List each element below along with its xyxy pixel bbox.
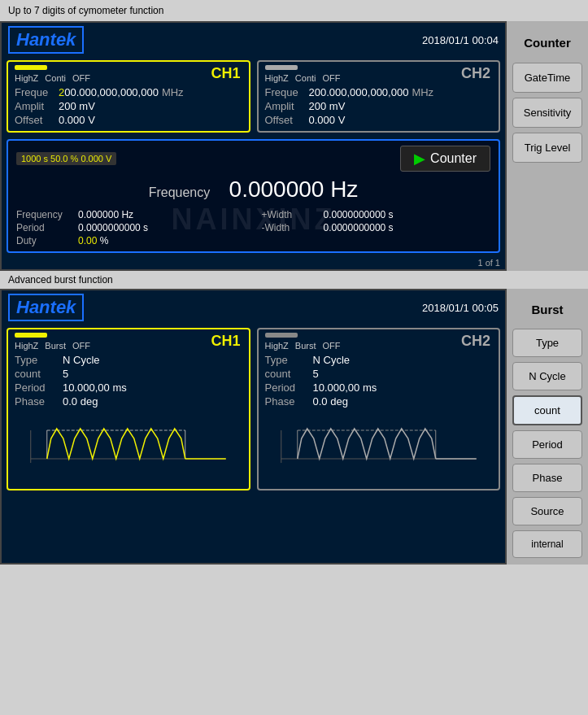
burst-ch1-label: CH1 — [211, 333, 240, 350]
burst-ch2-type-val: N Cycle — [313, 354, 351, 366]
burst-ch2-off: OFF — [323, 341, 341, 351]
top-label: Up to 7 digits of cymometer function — [0, 0, 588, 21]
burst-ch2-period: Period 10.000,00 ms — [265, 381, 493, 394]
ch2-freque-val: 200.000,000,000,000 — [309, 86, 409, 98]
ch1-highz: HighZ — [15, 73, 38, 83]
section-counter: Hantek 2018/01/1 00:04 CH1 HighZ Conti O… — [0, 21, 588, 271]
play-icon: ▶ — [414, 150, 425, 168]
ch2-off: OFF — [323, 73, 341, 83]
burst-ch1-phase-val: 0.0 deg — [63, 395, 98, 408]
counter-panel: Hantek 2018/01/1 00:04 CH1 HighZ Conti O… — [0, 21, 507, 271]
detail-period-val: 0.0000000000 s — [78, 222, 148, 233]
adv-label: Advanced burst function — [0, 271, 588, 289]
ch1-amplit-label: Amplit — [15, 100, 55, 112]
ch2-freque: Freque 200.000,000,000,000 MHz — [265, 86, 493, 98]
counter-details: Frequency 0.000000 Hz +Width 0.000000000… — [16, 209, 490, 246]
ch1-freque-unit: MHz — [162, 86, 184, 98]
triglevel-btn[interactable]: Trig Level — [512, 133, 582, 163]
ch2-settings: HighZ Conti OFF — [265, 73, 493, 83]
ch2-offset: Offset 0.000 V — [265, 114, 493, 126]
burst-ch2-waveform — [265, 414, 493, 479]
panel-header-1: Hantek 2018/01/1 00:04 — [2, 23, 505, 57]
channels-row-2: CH1 HighZ Burst OFF Type N Cycle count 5… — [2, 325, 505, 494]
burst-title-btn: Burst — [512, 295, 582, 324]
panel-header-2: Hantek 2018/01/1 00:05 — [2, 290, 505, 325]
hantek-logo-2: Hantek — [8, 294, 84, 321]
burst-ch2-type-label: Type — [265, 354, 310, 366]
counter-button[interactable]: ▶ Counter — [400, 146, 490, 172]
burst-ch1-indicator — [15, 333, 47, 338]
burst-ch1-count-label: count — [15, 368, 59, 380]
gatetime-btn[interactable]: GateTime — [512, 63, 582, 93]
count-btn[interactable]: count — [512, 395, 582, 425]
detail-plus-width: +Width 0.0000000000 s — [262, 209, 491, 220]
ch1-freque-label: Freque — [15, 86, 55, 98]
burst-ch2-phase-label: Phase — [265, 395, 310, 408]
counter-freq-label: Frequency — [149, 185, 211, 199]
ncycle-btn[interactable]: N Cycle — [512, 362, 582, 390]
burst-ch2-label: CH2 — [461, 333, 490, 350]
ch2-highz: HighZ — [265, 73, 289, 83]
counter-freq-val: 0.000000 Hz — [229, 177, 359, 202]
channels-row-1: CH1 HighZ Conti OFF Freque 200.000,000,0… — [2, 57, 505, 136]
burst-ch1-count-val: 5 — [63, 368, 68, 380]
ch1-conti: Conti — [45, 73, 66, 83]
burst-ch2-period-label: Period — [265, 381, 310, 394]
sensitivity-btn[interactable]: Sensitivity — [512, 98, 582, 128]
burst-ch2-count-val: 5 — [313, 368, 319, 380]
burst-ch2-count: count 5 — [265, 368, 493, 380]
hantek-logo-1: Hantek — [8, 26, 84, 54]
source-btn[interactable]: Source — [512, 497, 582, 525]
burst-ch1-off: OFF — [72, 341, 90, 351]
burst-ch1-phase: Phase 0.0 deg — [15, 395, 242, 408]
type-btn[interactable]: Type — [512, 329, 582, 357]
ch1-offset-label: Offset — [15, 114, 55, 126]
burst-ch1-phase-label: Phase — [15, 395, 59, 408]
ch2-conti: Conti — [295, 73, 316, 83]
ch2-indicator — [265, 65, 298, 70]
burst-ch1-count: count 5 — [15, 368, 242, 380]
ch1-amplit: Amplit 200 mV — [15, 100, 242, 112]
internal-btn[interactable]: internal — [512, 530, 582, 558]
burst-ch1-waveform-svg — [15, 414, 242, 479]
burst-ch2-phase-val: 0.0 deg — [313, 395, 348, 408]
burst-ch1-type-val: N Cycle — [63, 354, 100, 366]
burst-channel-box-ch2: CH2 HighZ Burst OFF Type N Cycle count 5… — [257, 328, 501, 490]
detail-frequency-val: 0.000000 Hz — [78, 209, 133, 220]
timestamp-2: 2018/01/1 00:05 — [422, 302, 499, 314]
burst-ch1-settings: HighZ Burst OFF — [15, 341, 242, 351]
ch2-amplit: Amplit 200 mV — [265, 100, 493, 112]
phase-btn[interactable]: Phase — [512, 464, 582, 492]
detail-duty-label: Duty — [16, 235, 73, 246]
detail-frequency: Frequency 0.000000 Hz — [16, 209, 246, 220]
burst-ch1-type-label: Type — [15, 354, 59, 366]
burst-ch2-count-label: count — [265, 368, 310, 380]
burst-panel: Hantek 2018/01/1 00:05 CH1 HighZ Burst O… — [0, 289, 507, 565]
page-indicator-1: 1 of 1 — [2, 256, 505, 269]
burst-ch1-period-val: 10.000,00 ms — [63, 381, 127, 394]
ch2-offset-label: Offset — [265, 114, 306, 126]
counter-title-btn: Counter — [512, 28, 582, 58]
counter-info: 1000 s 50.0 % 0.000 V — [16, 152, 116, 165]
detail-plus-width-label: +Width — [262, 209, 319, 220]
ch2-offset-val: 0.000 V — [309, 114, 346, 126]
burst-channel-box-ch1: CH1 HighZ Burst OFF Type N Cycle count 5… — [7, 328, 250, 490]
period-btn[interactable]: Period — [512, 430, 582, 459]
burst-ch2-phase: Phase 0.0 deg — [265, 395, 493, 408]
ch1-indicator — [15, 65, 47, 70]
burst-ch2-waveform-svg — [265, 414, 493, 479]
ch1-settings: HighZ Conti OFF — [15, 73, 242, 83]
ch1-freque-val: 200.000,000,000,000 — [59, 86, 159, 98]
detail-duty: Duty 0.00 % — [16, 235, 246, 246]
side-buttons-1: Counter GateTime Sensitivity Trig Level — [507, 21, 588, 271]
counter-freq-display: Frequency 0.000000 Hz — [16, 177, 490, 203]
ch1-offset-val: 0.000 V — [59, 114, 95, 126]
detail-period: Period 0.0000000000 s — [16, 222, 246, 233]
burst-ch1-waveform — [15, 414, 242, 479]
ch1-label: CH1 — [211, 65, 240, 82]
detail-duty-val: 0.00 % — [78, 235, 108, 246]
ch2-label: CH2 — [461, 65, 490, 82]
detail-minus-width-label: -Width — [262, 222, 319, 233]
burst-ch1-burst: Burst — [45, 341, 66, 351]
burst-ch2-period-val: 10.000,00 ms — [313, 381, 377, 394]
